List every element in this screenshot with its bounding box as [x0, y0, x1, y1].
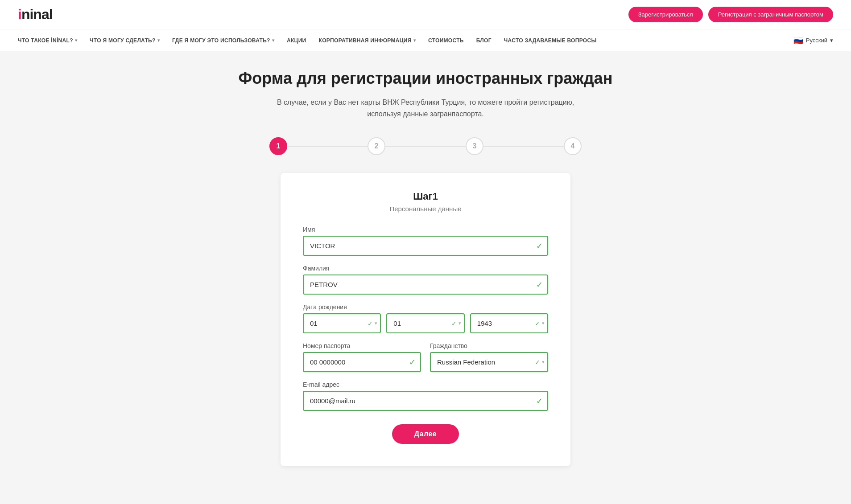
- check-icon: ✓: [409, 357, 416, 367]
- passport-group: Номер паспорта ✓: [303, 342, 421, 372]
- month-select-wrapper: 01 ✓ ▾: [386, 313, 464, 333]
- passport-label: Номер паспорта: [303, 342, 421, 349]
- main-content: Форма для регистрации иностранных гражда…: [180, 51, 671, 484]
- step-circle-1: 1: [269, 137, 287, 155]
- step-4: 4: [564, 137, 582, 155]
- dob-label: Дата рождения: [303, 303, 548, 311]
- dob-group: Дата рождения 01 ✓ ▾ 01: [303, 303, 548, 333]
- check-icon: ✓: [536, 396, 543, 406]
- step-1: 1: [269, 137, 287, 155]
- steps-wrapper: 1 2 3 4: [269, 137, 582, 155]
- chevron-down-icon: ▾: [75, 38, 77, 43]
- navigation: ЧТО ТАКОЕ İNİNAL? ▾ ЧТО Я МОГУ СДЕЛАТЬ? …: [0, 29, 851, 51]
- year-select[interactable]: 1943: [470, 313, 548, 333]
- passport-citizenship-row: Номер паспорта ✓ Гражданство Russian Fed…: [303, 342, 548, 381]
- citizenship-select-wrapper: Russian Federation ✓ ▾: [430, 352, 548, 372]
- steps-progress: 1 2 3 4: [269, 137, 582, 155]
- day-select-wrapper: 01 ✓ ▾: [303, 313, 381, 333]
- logo-accent: i: [18, 6, 21, 22]
- nav-item-corporate[interactable]: КОРПОРАТИВНАЯ ИНФОРМАЦИЯ ▾: [319, 37, 416, 44]
- date-row: 01 ✓ ▾ 01 ✓ ▾: [303, 313, 548, 333]
- email-group: E-mail адрес ✓: [303, 381, 548, 411]
- form-title: Шаг1: [303, 191, 548, 202]
- email-label: E-mail адрес: [303, 381, 548, 388]
- surname-label: Фамилия: [303, 265, 548, 272]
- name-input[interactable]: [303, 236, 548, 256]
- check-icon: ✓: [536, 280, 543, 290]
- passport-input[interactable]: [303, 352, 421, 372]
- chevron-down-icon: ▾: [830, 37, 833, 44]
- logo[interactable]: ininal: [18, 6, 53, 23]
- nav-item-promotions[interactable]: АКЦИИ: [287, 37, 306, 44]
- step-3: 3: [466, 137, 483, 155]
- nav-item-blog[interactable]: БЛОГ: [476, 37, 492, 44]
- lang-label: Русский: [806, 37, 827, 44]
- next-button[interactable]: Далее: [392, 424, 459, 444]
- name-label: Имя: [303, 226, 548, 233]
- logo-text: ninal: [21, 6, 53, 22]
- page-subtitle: В случае, если у Вас нет карты ВНЖ Респу…: [189, 97, 662, 119]
- name-group: Имя ✓: [303, 226, 548, 256]
- email-input[interactable]: [303, 391, 548, 411]
- step-circle-3: 3: [466, 137, 483, 155]
- language-selector[interactable]: 🇷🇺 Русский ▾: [793, 36, 833, 45]
- flag-icon: 🇷🇺: [793, 36, 803, 45]
- form-subtitle: Персональные данные: [303, 205, 548, 213]
- surname-input[interactable]: [303, 275, 548, 295]
- step-circle-2: 2: [368, 137, 385, 155]
- passport-input-wrapper: ✓: [303, 352, 421, 372]
- header-buttons: Зарегистрироваться Регистрация с заграни…: [628, 7, 833, 22]
- surname-group: Фамилия ✓: [303, 265, 548, 295]
- year-select-wrapper: 1943 ✓ ▾: [470, 313, 548, 333]
- header: ininal Зарегистрироваться Регистрация с …: [0, 0, 851, 29]
- page-title: Форма для регистрации иностранных гражда…: [189, 69, 662, 88]
- nav-item-faq[interactable]: ЧАСТО ЗАДАВАЕМЫЕ ВОПРОСЫ: [504, 37, 597, 44]
- chevron-down-icon: ▾: [413, 38, 416, 43]
- chevron-down-icon: ▾: [157, 38, 160, 43]
- check-icon: ✓: [536, 241, 543, 251]
- month-select[interactable]: 01: [386, 313, 464, 333]
- nav-item-what-can[interactable]: ЧТО Я МОГУ СДЕЛАТЬ? ▾: [90, 37, 160, 44]
- day-select[interactable]: 01: [303, 313, 381, 333]
- form-card: Шаг1 Персональные данные Имя ✓ Фамилия ✓…: [281, 173, 570, 466]
- step-2: 2: [368, 137, 385, 155]
- nav-item-where[interactable]: ГДЕ Я МОГУ ЭТО ИСПОЛЬЗОВАТЬ? ▾: [172, 37, 274, 44]
- foreign-register-button[interactable]: Регистрация с заграничным паспортом: [708, 7, 833, 22]
- citizenship-label: Гражданство: [430, 342, 548, 349]
- chevron-down-icon: ▾: [272, 38, 274, 43]
- citizenship-group: Гражданство Russian Federation ✓ ▾: [430, 342, 548, 372]
- register-button[interactable]: Зарегистрироваться: [628, 7, 703, 22]
- step-circle-4: 4: [564, 137, 582, 155]
- nav-item-cost[interactable]: Стоимость: [428, 37, 464, 44]
- nav-item-what-is[interactable]: ЧТО ТАКОЕ İNİNAL? ▾: [18, 37, 77, 44]
- name-input-wrapper: ✓: [303, 236, 548, 256]
- surname-input-wrapper: ✓: [303, 275, 548, 295]
- email-input-wrapper: ✓: [303, 391, 548, 411]
- citizenship-select[interactable]: Russian Federation: [430, 352, 548, 372]
